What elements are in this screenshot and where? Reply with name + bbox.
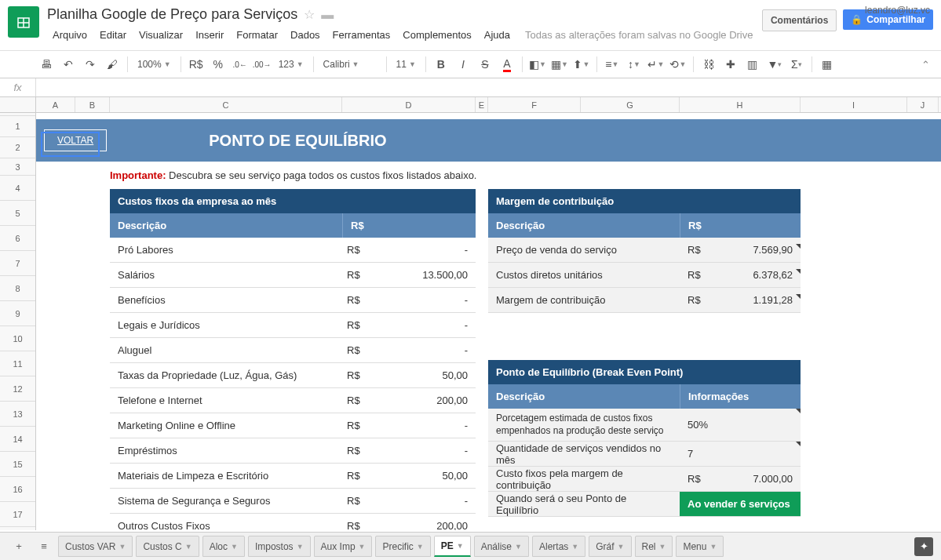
user-email[interactable]: leandro@luz.vc	[865, 5, 930, 16]
table-row[interactable]: Telefone e InternetR$200,00	[110, 388, 476, 413]
font-size-select[interactable]: 11▼	[392, 59, 421, 70]
table-row[interactable]: Margem de contribuiçãoR$1.191,28	[488, 288, 801, 313]
table-row[interactable]: Custo fixos pela margem de contribuiçãoR…	[488, 467, 801, 492]
more-button[interactable]: ▦	[817, 54, 837, 75]
voltar-button[interactable]: VOLTAR	[44, 129, 107, 151]
table-row[interactable]: Marketing Online e OfflineR$-	[110, 413, 476, 438]
increase-decimal-button[interactable]: .00→	[252, 54, 272, 75]
table-row[interactable]: Outros Custos FixosR$200,00	[110, 514, 476, 530]
col-header[interactable]: E	[476, 97, 488, 112]
col-header[interactable]: I	[801, 97, 907, 112]
row-header[interactable]: 16	[0, 477, 35, 502]
table-row[interactable]: Preço de venda do serviçoR$7.569,90	[488, 238, 801, 263]
text-color-button[interactable]: A	[497, 54, 517, 75]
col-header[interactable]: D	[342, 97, 476, 112]
row-header[interactable]: 15	[0, 452, 35, 477]
redo-icon[interactable]: ↷	[80, 54, 100, 75]
col-header[interactable]: J	[907, 97, 939, 112]
sheet-tab[interactable]: Menu▼	[676, 536, 724, 557]
comment-button[interactable]: ✚	[720, 54, 741, 75]
table-row[interactable]: BenefíciosR$-	[110, 288, 476, 313]
v-align-button[interactable]: ↕▼	[624, 54, 644, 75]
borders-button[interactable]: ▦▼	[549, 54, 570, 75]
row-header[interactable]: 14	[0, 427, 35, 452]
sheet-tab[interactable]: Alertas▼	[532, 536, 585, 557]
menu-editar[interactable]: Editar	[94, 26, 132, 44]
zoom-select[interactable]: 100%▼	[133, 59, 176, 70]
decrease-decimal-button[interactable]: .0←	[230, 54, 250, 75]
row-header[interactable]: 8	[0, 276, 35, 301]
sheet-tab[interactable]: Aux Imp▼	[314, 536, 373, 557]
row-header[interactable]: 10	[0, 326, 35, 351]
row-header[interactable]: 12	[0, 376, 35, 402]
col-header[interactable]: G	[581, 97, 680, 112]
print-icon[interactable]: 🖶	[36, 54, 57, 75]
filter-button[interactable]: ▼▾	[764, 54, 785, 75]
row-header[interactable]: 13	[0, 402, 35, 427]
link-button[interactable]: ⛓	[698, 54, 719, 75]
menu-ajuda[interactable]: Ajuda	[479, 26, 516, 44]
grid[interactable]: ABCDEFGHIJ 12345678910111213141516171819…	[0, 97, 941, 530]
table-row[interactable]: Sistema de Segurança e SegurosR$-	[110, 489, 476, 514]
paint-format-icon[interactable]: 🖌	[102, 54, 122, 75]
font-select[interactable]: Calibri▼	[319, 59, 381, 70]
row-header[interactable]: 11	[0, 351, 35, 376]
sheet-tab[interactable]: Impostos▼	[248, 536, 311, 557]
menu-formatar[interactable]: Formatar	[231, 26, 283, 44]
fill-color-button[interactable]: ◧▼	[527, 54, 548, 75]
explore-button[interactable]: ✦	[914, 537, 933, 556]
percent-button[interactable]: %	[208, 54, 228, 75]
sheet-tab[interactable]: Custos C▼	[136, 536, 199, 557]
col-header[interactable]: C	[110, 97, 342, 112]
rotate-button[interactable]: ⟲▼	[668, 54, 688, 75]
bold-button[interactable]: B	[431, 54, 451, 75]
row-header[interactable]: 1	[0, 116, 35, 137]
table-row[interactable]: Pró LaboresR$-	[110, 238, 476, 263]
col-header[interactable]: B	[75, 97, 110, 112]
row-header[interactable]: 18	[0, 527, 35, 530]
merge-button[interactable]: ⬆▼	[571, 54, 592, 75]
italic-button[interactable]: I	[453, 54, 473, 75]
currency-button[interactable]: R$	[186, 54, 206, 75]
select-all-corner[interactable]	[0, 97, 36, 112]
sheet-tab[interactable]: Precific▼	[375, 536, 430, 557]
sheet-tab[interactable]: Rel▼	[635, 536, 673, 557]
sheets-logo[interactable]	[8, 6, 39, 38]
folder-icon[interactable]: ▬	[321, 8, 334, 22]
table-row[interactable]: Quando será o seu Ponto de EquilíbrioAo …	[488, 492, 801, 517]
menu-arquivo[interactable]: Arquivo	[47, 26, 93, 44]
formula-input[interactable]	[36, 82, 941, 93]
col-header[interactable]: A	[36, 97, 75, 112]
sheet-tab[interactable]: Análise▼	[474, 536, 529, 557]
table-row[interactable]: Porcetagem estimada de custos fixos empe…	[488, 409, 801, 442]
add-sheet-button[interactable]: +	[8, 536, 30, 558]
strikethrough-button[interactable]: S	[475, 54, 495, 75]
sheet-tab[interactable]: Gráf▼	[589, 536, 631, 557]
table-row[interactable]: Quantidade de serviços vendidos no mês7	[488, 442, 801, 467]
row-header[interactable]: 9	[0, 301, 35, 326]
row-header[interactable]: 6	[0, 226, 35, 251]
menu-visualizar[interactable]: Visualizar	[133, 26, 188, 44]
sheet-tab[interactable]: Aloc▼	[202, 536, 245, 557]
functions-button[interactable]: Σ▾	[786, 54, 807, 75]
chart-button[interactable]: ▥	[742, 54, 763, 75]
comments-button[interactable]: Comentários	[762, 9, 837, 31]
all-sheets-button[interactable]: ≡	[33, 536, 55, 558]
doc-title[interactable]: Planilha Google de Preço para Serviços	[47, 6, 297, 23]
col-header[interactable]: F	[488, 97, 581, 112]
row-header[interactable]: 3	[0, 158, 35, 176]
undo-icon[interactable]: ↶	[58, 54, 78, 75]
number-format-select[interactable]: 123▼	[274, 59, 308, 70]
table-row[interactable]: Materiais de Limpeza e EscritórioR$50,00	[110, 464, 476, 489]
table-row[interactable]: SaláriosR$13.500,00	[110, 263, 476, 288]
table-row[interactable]: Legais e JurídicosR$-	[110, 313, 476, 338]
fx-icon[interactable]: fx	[0, 78, 36, 96]
menu-dados[interactable]: Dados	[285, 26, 326, 44]
row-header[interactable]: 17	[0, 502, 35, 527]
row-header[interactable]: 2	[0, 137, 35, 158]
wrap-button[interactable]: ↵▼	[646, 54, 666, 75]
col-header[interactable]: H	[680, 97, 801, 112]
row-header[interactable]: 7	[0, 251, 35, 276]
row-header[interactable]: 5	[0, 201, 35, 226]
row-header[interactable]: 4	[0, 176, 35, 201]
